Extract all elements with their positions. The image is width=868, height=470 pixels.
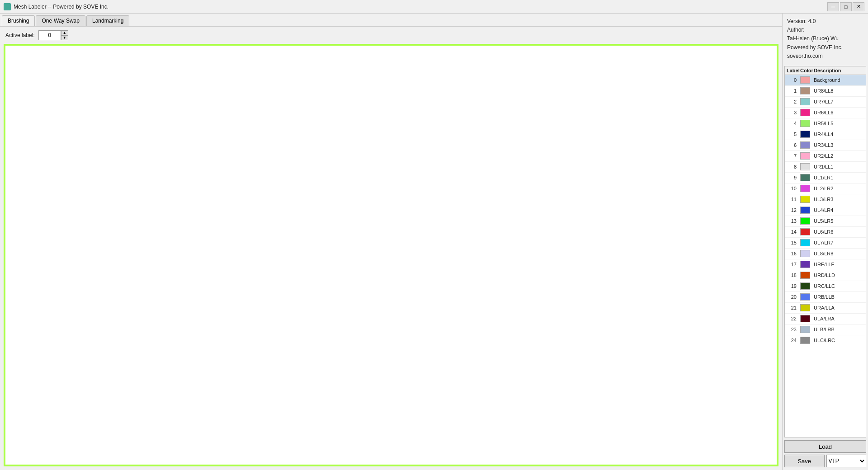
table-row[interactable]: 17URE/LLE xyxy=(785,259,866,270)
table-row[interactable]: 0Background xyxy=(785,75,866,86)
row-color-swatch xyxy=(800,217,810,225)
table-row[interactable]: 20URB/LLB xyxy=(785,292,866,303)
row-description: UL4/LR4 xyxy=(812,207,866,213)
row-description: UL2/LR2 xyxy=(812,186,866,191)
author-name: Tai-Hsien (Bruce) Wu xyxy=(787,34,863,43)
row-label-num: 24 xyxy=(785,338,798,343)
row-description: UL7/LR7 xyxy=(812,240,866,245)
row-description: UR6/LL6 xyxy=(812,110,866,115)
table-row[interactable]: 10UL2/LR2 xyxy=(785,183,866,194)
row-description: UR7/LL7 xyxy=(812,99,866,104)
row-description: UR8/LL8 xyxy=(812,88,866,94)
row-label-num: 7 xyxy=(785,153,798,159)
spinner-down-button[interactable]: ▼ xyxy=(61,35,68,40)
minimize-button[interactable]: ─ xyxy=(827,2,839,11)
row-color-swatch xyxy=(800,109,810,116)
save-button[interactable]: Save xyxy=(784,455,825,467)
row-color-swatch xyxy=(800,207,810,214)
label-table: Label Color Description 0Background1UR8/… xyxy=(784,66,866,437)
table-row[interactable]: 2UR7/LL7 xyxy=(785,97,866,108)
table-row[interactable]: 4UR5/LL5 xyxy=(785,118,866,129)
table-row[interactable]: 1UR8/LL8 xyxy=(785,86,866,97)
row-label-num: 22 xyxy=(785,316,798,321)
main-content: Brushing One-Way Swap Landmarking Active… xyxy=(0,14,868,470)
row-description: UL6/LR6 xyxy=(812,229,866,235)
canvas-area[interactable] xyxy=(4,44,778,466)
format-select[interactable]: VTP xyxy=(826,455,867,467)
powered-text: Powered by SOVE Inc. xyxy=(787,43,863,52)
table-row[interactable]: 9UL1/LR1 xyxy=(785,173,866,183)
table-row[interactable]: 13UL5/LR5 xyxy=(785,216,866,227)
row-description: URB/LLB xyxy=(812,294,866,300)
version-text: Version: 4.0 xyxy=(787,17,863,26)
row-label-num: 4 xyxy=(785,121,798,126)
app-icon xyxy=(4,3,11,10)
table-row[interactable]: 18URD/LLD xyxy=(785,270,866,281)
row-description: URA/LLA xyxy=(812,305,866,310)
tab-one-way-swap[interactable]: One-Way Swap xyxy=(36,15,85,26)
spinner-up-button[interactable]: ▲ xyxy=(61,30,68,35)
active-label-row: Active label: ▲ ▼ xyxy=(0,27,782,44)
table-row[interactable]: 5UR4/LL4 xyxy=(785,129,866,140)
table-row[interactable]: 8UR1/LL1 xyxy=(785,162,866,173)
row-description: UR2/LL2 xyxy=(812,153,866,159)
row-description: UR4/LL4 xyxy=(812,132,866,137)
window-controls: ─ □ ✕ xyxy=(827,2,864,11)
save-row: Save VTP xyxy=(784,455,866,467)
row-color-swatch xyxy=(800,163,810,170)
row-color-swatch xyxy=(800,196,810,203)
table-row[interactable]: 11UL3/LR3 xyxy=(785,194,866,205)
table-row[interactable]: 16UL8/LR8 xyxy=(785,249,866,259)
table-row[interactable]: 22ULA/LRA xyxy=(785,314,866,324)
row-label-num: 13 xyxy=(785,218,798,224)
load-button[interactable]: Load xyxy=(784,440,866,453)
row-label-num: 16 xyxy=(785,251,798,256)
row-color-swatch xyxy=(800,337,810,344)
header-description: Description xyxy=(812,67,866,74)
row-description: ULC/LRC xyxy=(812,338,866,343)
row-label-num: 15 xyxy=(785,240,798,245)
title-bar: Mesh Labeler -- Powered by SOVE Inc. ─ □… xyxy=(0,0,868,14)
table-row[interactable]: 12UL4/LR4 xyxy=(785,205,866,216)
header-label: Label xyxy=(785,67,798,74)
table-header: Label Color Description xyxy=(785,66,866,75)
left-panel: Brushing One-Way Swap Landmarking Active… xyxy=(0,14,782,470)
maximize-button[interactable]: □ xyxy=(840,2,852,11)
tab-landmarking[interactable]: Landmarking xyxy=(86,15,129,26)
table-row[interactable]: 14UL6/LR6 xyxy=(785,227,866,238)
table-row[interactable]: 24ULC/LRC xyxy=(785,335,866,346)
table-row[interactable]: 7UR2/LL2 xyxy=(785,151,866,162)
tab-bar: Brushing One-Way Swap Landmarking xyxy=(0,14,782,27)
row-label-num: 6 xyxy=(785,142,798,148)
row-label-num: 19 xyxy=(785,283,798,289)
row-label-num: 3 xyxy=(785,110,798,115)
row-label-num: 9 xyxy=(785,175,798,180)
active-label-text: Active label: xyxy=(5,32,35,38)
right-panel: Version: 4.0 Author: Tai-Hsien (Bruce) W… xyxy=(782,14,868,470)
row-description: URD/LLD xyxy=(812,273,866,278)
row-description: UR1/LL1 xyxy=(812,164,866,169)
label-value-input[interactable] xyxy=(38,30,61,40)
table-row[interactable]: 3UR6/LL6 xyxy=(785,108,866,118)
table-row[interactable]: 15UL7/LR7 xyxy=(785,238,866,249)
table-row[interactable]: 21URA/LLA xyxy=(785,303,866,314)
close-button[interactable]: ✕ xyxy=(853,2,864,11)
row-label-num: 0 xyxy=(785,77,798,83)
tab-brushing[interactable]: Brushing xyxy=(2,15,35,26)
row-description: ULA/LRA xyxy=(812,316,866,321)
window-title: Mesh Labeler -- Powered by SOVE Inc. xyxy=(14,4,108,10)
row-label-num: 5 xyxy=(785,132,798,137)
row-color-swatch xyxy=(800,185,810,192)
table-row[interactable]: 23ULB/LRB xyxy=(785,324,866,335)
row-label-num: 23 xyxy=(785,327,798,332)
label-spinner: ▲ ▼ xyxy=(38,30,68,40)
row-color-swatch xyxy=(800,293,810,301)
row-color-swatch xyxy=(800,152,810,160)
row-color-swatch xyxy=(800,250,810,257)
row-color-swatch xyxy=(800,261,810,268)
row-description: UR5/LL5 xyxy=(812,121,866,126)
table-row[interactable]: 19URC/LLC xyxy=(785,281,866,292)
row-description: URC/LLC xyxy=(812,283,866,289)
table-row[interactable]: 6UR3/LL3 xyxy=(785,140,866,151)
row-label-num: 2 xyxy=(785,99,798,104)
